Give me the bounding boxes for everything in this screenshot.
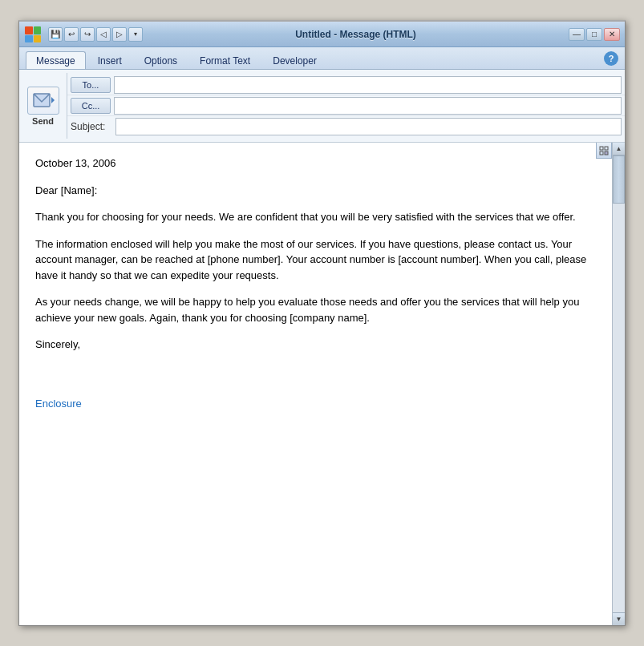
undo-button[interactable]: ↩ xyxy=(64,27,79,42)
tab-format-text[interactable]: Format Text xyxy=(189,51,261,69)
cc-button[interactable]: Cc... xyxy=(71,98,111,114)
body-date: October 13, 2006 xyxy=(35,155,596,172)
svg-rect-6 xyxy=(600,147,603,150)
svg-rect-2 xyxy=(25,35,33,42)
svg-rect-7 xyxy=(605,147,608,150)
to-input[interactable] xyxy=(114,76,622,94)
quick-access-toolbar: 💾 ↩ ↪ ◁ ▷ ▾ xyxy=(48,27,143,42)
send-label: Send xyxy=(32,116,54,126)
redo-button[interactable]: ↪ xyxy=(80,27,95,42)
window-controls: — □ ✕ xyxy=(569,28,620,41)
minimize-button[interactable]: — xyxy=(569,28,585,41)
scroll-down-button[interactable]: ▼ xyxy=(613,612,626,625)
body-paragraph-1: Thank you for choosing for your needs. W… xyxy=(35,209,596,225)
ribbon-tabs: Message Insert Options Format Text Devel… xyxy=(19,47,625,70)
subject-row: Subject: xyxy=(67,116,625,137)
svg-rect-8 xyxy=(600,151,603,155)
back-button[interactable]: ◁ xyxy=(96,27,111,42)
signature-space xyxy=(35,364,596,396)
body-enclosure: Enclosure xyxy=(35,396,596,412)
scroll-thumb-area xyxy=(613,155,625,612)
email-body[interactable]: October 13, 2006 Dear [Name]: Thank you … xyxy=(19,143,612,625)
send-area: Send xyxy=(19,73,67,139)
forward-button[interactable]: ▷ xyxy=(112,27,127,42)
body-paragraph-3: As your needs change, we will be happy t… xyxy=(35,294,596,325)
tab-message[interactable]: Message xyxy=(26,51,86,69)
maximize-button[interactable]: □ xyxy=(586,28,602,41)
vertical-scrollbar[interactable]: ▲ ▼ xyxy=(612,143,625,625)
close-button[interactable]: ✕ xyxy=(604,28,620,41)
save-button[interactable]: 💾 xyxy=(48,27,63,42)
title-bar: 💾 ↩ ↪ ◁ ▷ ▾ Untitled - Message (HTML) — … xyxy=(19,22,625,47)
cc-input[interactable] xyxy=(114,97,622,115)
outlook-window: 💾 ↩ ↪ ◁ ▷ ▾ Untitled - Message (HTML) — … xyxy=(18,20,626,626)
svg-rect-9 xyxy=(605,151,608,155)
customize-button[interactable]: ▾ xyxy=(128,27,143,42)
body-paragraph-2: The information enclosed will help you m… xyxy=(35,236,596,284)
svg-rect-1 xyxy=(34,26,41,34)
email-body-area: October 13, 2006 Dear [Name]: Thank you … xyxy=(19,143,625,625)
scroll-up-button[interactable]: ▲ xyxy=(613,143,626,155)
email-header: Send To... Cc... Subject: xyxy=(19,70,625,143)
email-fields: To... Cc... Subject: xyxy=(67,73,625,139)
to-button[interactable]: To... xyxy=(71,77,111,93)
tab-developer[interactable]: Developer xyxy=(262,51,327,69)
svg-marker-5 xyxy=(51,97,55,103)
body-closing: Sincerely, xyxy=(35,337,596,353)
office-logo xyxy=(24,26,42,43)
tab-options[interactable]: Options xyxy=(134,51,188,69)
help-button[interactable]: ? xyxy=(604,51,618,66)
cc-row: Cc... xyxy=(67,95,625,116)
subject-label: Subject: xyxy=(67,121,115,132)
svg-rect-3 xyxy=(34,35,41,42)
scroll-thumb[interactable] xyxy=(613,155,625,204)
tab-insert[interactable]: Insert xyxy=(87,51,132,69)
to-row: To... xyxy=(67,75,625,95)
subject-input[interactable] xyxy=(115,118,622,135)
expand-icon[interactable] xyxy=(596,143,612,159)
body-greeting: Dear [Name]: xyxy=(35,183,596,199)
svg-rect-0 xyxy=(25,26,33,34)
send-icon-graphic xyxy=(27,87,59,115)
window-title: Untitled - Message (HTML) xyxy=(146,29,565,40)
